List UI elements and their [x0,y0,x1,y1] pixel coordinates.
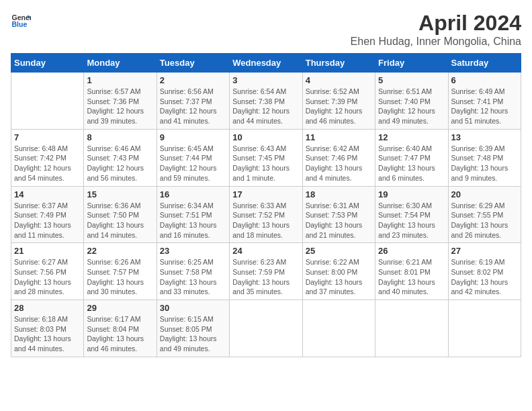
day-number: 13 [451,132,518,142]
day-number: 23 [160,246,226,256]
calendar-cell: 16Sunrise: 6:34 AM Sunset: 7:51 PM Dayli… [157,186,229,243]
column-header-tuesday: Tuesday [157,54,229,73]
calendar-cell: 11Sunrise: 6:42 AM Sunset: 7:46 PM Dayli… [302,129,375,186]
day-info: Sunrise: 6:21 AM Sunset: 8:01 PM Dayligh… [378,257,445,297]
day-number: 11 [306,132,372,142]
column-header-monday: Monday [84,54,157,73]
calendar-cell: 21Sunrise: 6:27 AM Sunset: 7:56 PM Dayli… [11,243,84,300]
calendar-cell: 30Sunrise: 6:15 AM Sunset: 8:05 PM Dayli… [157,300,229,357]
column-header-friday: Friday [375,54,448,73]
svg-text:Blue: Blue [12,20,28,28]
day-info: Sunrise: 6:29 AM Sunset: 7:55 PM Dayligh… [451,201,518,240]
day-number: 22 [87,246,153,256]
day-info: Sunrise: 6:51 AM Sunset: 7:40 PM Dayligh… [378,87,445,126]
calendar-cell: 10Sunrise: 6:43 AM Sunset: 7:45 PM Dayli… [230,129,302,186]
calendar-cell: 25Sunrise: 6:22 AM Sunset: 8:00 PM Dayli… [302,243,375,300]
day-info: Sunrise: 6:30 AM Sunset: 7:54 PM Dayligh… [378,201,445,240]
calendar-table: SundayMondayTuesdayWednesdayThursdayFrid… [11,53,521,357]
day-number: 29 [87,303,153,313]
calendar-cell [11,73,84,130]
calendar-cell: 19Sunrise: 6:30 AM Sunset: 7:54 PM Dayli… [375,186,448,243]
day-info: Sunrise: 6:26 AM Sunset: 7:57 PM Dayligh… [87,257,153,297]
day-info: Sunrise: 6:27 AM Sunset: 7:56 PM Dayligh… [14,257,81,297]
calendar-cell: 1Sunrise: 6:57 AM Sunset: 7:36 PM Daylig… [84,73,157,130]
day-info: Sunrise: 6:31 AM Sunset: 7:53 PM Dayligh… [306,201,372,240]
day-info: Sunrise: 6:56 AM Sunset: 7:37 PM Dayligh… [160,87,226,126]
day-info: Sunrise: 6:33 AM Sunset: 7:52 PM Dayligh… [232,201,299,240]
day-number: 14 [14,189,81,199]
main-title: April 2024 [351,11,521,36]
day-number: 7 [14,132,81,142]
day-info: Sunrise: 6:46 AM Sunset: 7:43 PM Dayligh… [87,144,153,183]
calendar-cell: 12Sunrise: 6:40 AM Sunset: 7:47 PM Dayli… [375,129,448,186]
calendar-cell: 24Sunrise: 6:23 AM Sunset: 7:59 PM Dayli… [230,243,302,300]
column-header-saturday: Saturday [448,54,521,73]
calendar-cell: 29Sunrise: 6:17 AM Sunset: 8:04 PM Dayli… [84,300,157,357]
day-info: Sunrise: 6:18 AM Sunset: 8:03 PM Dayligh… [14,314,81,354]
day-number: 18 [306,189,372,199]
day-info: Sunrise: 6:54 AM Sunset: 7:38 PM Dayligh… [232,87,299,126]
day-info: Sunrise: 6:42 AM Sunset: 7:46 PM Dayligh… [306,144,372,183]
calendar-cell: 15Sunrise: 6:36 AM Sunset: 7:50 PM Dayli… [84,186,157,243]
day-info: Sunrise: 6:25 AM Sunset: 7:58 PM Dayligh… [160,257,226,297]
day-number: 12 [378,132,445,142]
day-number: 2 [160,75,226,85]
day-number: 5 [378,75,445,85]
day-number: 15 [87,189,153,199]
day-number: 30 [160,303,226,313]
week-row-5: 28Sunrise: 6:18 AM Sunset: 8:03 PM Dayli… [11,300,521,357]
day-number: 26 [378,246,445,256]
week-row-1: 1Sunrise: 6:57 AM Sunset: 7:36 PM Daylig… [11,73,521,130]
day-info: Sunrise: 6:48 AM Sunset: 7:42 PM Dayligh… [14,144,81,183]
day-number: 20 [451,189,518,199]
calendar-cell: 14Sunrise: 6:37 AM Sunset: 7:49 PM Dayli… [11,186,84,243]
calendar-cell: 2Sunrise: 6:56 AM Sunset: 7:37 PM Daylig… [157,73,229,130]
calendar-cell [448,300,521,357]
day-info: Sunrise: 6:23 AM Sunset: 7:59 PM Dayligh… [232,257,299,297]
day-info: Sunrise: 6:39 AM Sunset: 7:48 PM Dayligh… [451,144,518,183]
calendar-cell: 8Sunrise: 6:46 AM Sunset: 7:43 PM Daylig… [84,129,157,186]
day-number: 8 [87,132,153,142]
day-info: Sunrise: 6:36 AM Sunset: 7:50 PM Dayligh… [87,201,153,240]
day-number: 6 [451,75,518,85]
day-info: Sunrise: 6:43 AM Sunset: 7:45 PM Dayligh… [232,144,299,183]
day-info: Sunrise: 6:34 AM Sunset: 7:51 PM Dayligh… [160,201,226,240]
week-row-2: 7Sunrise: 6:48 AM Sunset: 7:42 PM Daylig… [11,129,521,186]
day-info: Sunrise: 6:19 AM Sunset: 8:02 PM Dayligh… [451,257,518,297]
column-header-wednesday: Wednesday [230,54,302,73]
day-number: 4 [306,75,372,85]
day-number: 25 [306,246,372,256]
day-number: 21 [14,246,81,256]
week-row-3: 14Sunrise: 6:37 AM Sunset: 7:49 PM Dayli… [11,186,521,243]
calendar-cell: 13Sunrise: 6:39 AM Sunset: 7:48 PM Dayli… [448,129,521,186]
day-info: Sunrise: 6:15 AM Sunset: 8:05 PM Dayligh… [160,314,226,354]
day-info: Sunrise: 6:17 AM Sunset: 8:04 PM Dayligh… [87,314,153,354]
logo: General Blue [11,11,31,31]
day-number: 27 [451,246,518,256]
calendar-cell: 9Sunrise: 6:45 AM Sunset: 7:44 PM Daylig… [157,129,229,186]
week-row-4: 21Sunrise: 6:27 AM Sunset: 7:56 PM Dayli… [11,243,521,300]
day-number: 10 [232,132,299,142]
calendar-cell: 20Sunrise: 6:29 AM Sunset: 7:55 PM Dayli… [448,186,521,243]
day-number: 1 [87,75,153,85]
calendar-cell: 7Sunrise: 6:48 AM Sunset: 7:42 PM Daylig… [11,129,84,186]
day-info: Sunrise: 6:52 AM Sunset: 7:39 PM Dayligh… [306,87,372,126]
calendar-cell: 23Sunrise: 6:25 AM Sunset: 7:58 PM Dayli… [157,243,229,300]
day-info: Sunrise: 6:40 AM Sunset: 7:47 PM Dayligh… [378,144,445,183]
logo-icon: General Blue [11,11,31,31]
calendar-cell: 4Sunrise: 6:52 AM Sunset: 7:39 PM Daylig… [302,73,375,130]
day-number: 16 [160,189,226,199]
calendar-cell: 26Sunrise: 6:21 AM Sunset: 8:01 PM Dayli… [375,243,448,300]
day-info: Sunrise: 6:57 AM Sunset: 7:36 PM Dayligh… [87,87,153,126]
day-info: Sunrise: 6:37 AM Sunset: 7:49 PM Dayligh… [14,201,81,240]
day-number: 24 [232,246,299,256]
column-header-sunday: Sunday [11,54,84,73]
subtitle: Ehen Hudag, Inner Mongolia, China [351,36,521,48]
calendar-cell: 27Sunrise: 6:19 AM Sunset: 8:02 PM Dayli… [448,243,521,300]
day-number: 3 [232,75,299,85]
title-area: April 2024 Ehen Hudag, Inner Mongolia, C… [351,11,521,48]
calendar-cell [302,300,375,357]
calendar-cell: 22Sunrise: 6:26 AM Sunset: 7:57 PM Dayli… [84,243,157,300]
day-number: 28 [14,303,81,313]
calendar-cell: 3Sunrise: 6:54 AM Sunset: 7:38 PM Daylig… [230,73,302,130]
